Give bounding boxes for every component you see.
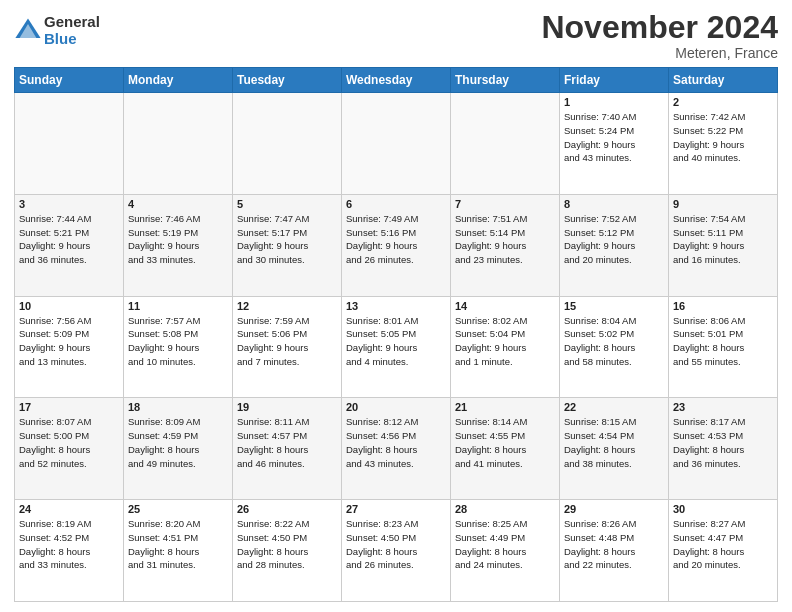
day-info: Sunrise: 8:01 AMSunset: 5:05 PMDaylight:…	[346, 314, 446, 369]
day-number: 18	[128, 401, 228, 413]
day-info: Sunrise: 8:23 AMSunset: 4:50 PMDaylight:…	[346, 517, 446, 572]
cell-3-6: 23Sunrise: 8:17 AMSunset: 4:53 PMDayligh…	[669, 398, 778, 500]
day-info: Sunrise: 8:26 AMSunset: 4:48 PMDaylight:…	[564, 517, 664, 572]
day-info: Sunrise: 8:14 AMSunset: 4:55 PMDaylight:…	[455, 415, 555, 470]
day-number: 20	[346, 401, 446, 413]
day-number: 1	[564, 96, 664, 108]
day-number: 21	[455, 401, 555, 413]
day-number: 12	[237, 300, 337, 312]
cell-1-4: 7Sunrise: 7:51 AMSunset: 5:14 PMDaylight…	[451, 194, 560, 296]
col-wednesday: Wednesday	[342, 68, 451, 93]
day-number: 16	[673, 300, 773, 312]
day-number: 14	[455, 300, 555, 312]
day-number: 11	[128, 300, 228, 312]
cell-2-3: 13Sunrise: 8:01 AMSunset: 5:05 PMDayligh…	[342, 296, 451, 398]
cell-4-4: 28Sunrise: 8:25 AMSunset: 4:49 PMDayligh…	[451, 500, 560, 602]
day-info: Sunrise: 8:12 AMSunset: 4:56 PMDaylight:…	[346, 415, 446, 470]
cell-2-1: 11Sunrise: 7:57 AMSunset: 5:08 PMDayligh…	[124, 296, 233, 398]
day-number: 15	[564, 300, 664, 312]
day-number: 7	[455, 198, 555, 210]
cell-1-6: 9Sunrise: 7:54 AMSunset: 5:11 PMDaylight…	[669, 194, 778, 296]
cell-4-2: 26Sunrise: 8:22 AMSunset: 4:50 PMDayligh…	[233, 500, 342, 602]
day-info: Sunrise: 7:47 AMSunset: 5:17 PMDaylight:…	[237, 212, 337, 267]
title-area: November 2024 Meteren, France	[541, 10, 778, 61]
week-row-1: 3Sunrise: 7:44 AMSunset: 5:21 PMDaylight…	[15, 194, 778, 296]
cell-2-2: 12Sunrise: 7:59 AMSunset: 5:06 PMDayligh…	[233, 296, 342, 398]
day-number: 3	[19, 198, 119, 210]
col-friday: Friday	[560, 68, 669, 93]
cell-3-2: 19Sunrise: 8:11 AMSunset: 4:57 PMDayligh…	[233, 398, 342, 500]
cell-4-0: 24Sunrise: 8:19 AMSunset: 4:52 PMDayligh…	[15, 500, 124, 602]
day-info: Sunrise: 7:59 AMSunset: 5:06 PMDaylight:…	[237, 314, 337, 369]
day-info: Sunrise: 7:51 AMSunset: 5:14 PMDaylight:…	[455, 212, 555, 267]
location: Meteren, France	[541, 45, 778, 61]
cell-1-1: 4Sunrise: 7:46 AMSunset: 5:19 PMDaylight…	[124, 194, 233, 296]
cell-0-1	[124, 93, 233, 195]
col-sunday: Sunday	[15, 68, 124, 93]
week-row-2: 10Sunrise: 7:56 AMSunset: 5:09 PMDayligh…	[15, 296, 778, 398]
cell-2-0: 10Sunrise: 7:56 AMSunset: 5:09 PMDayligh…	[15, 296, 124, 398]
day-info: Sunrise: 8:07 AMSunset: 5:00 PMDaylight:…	[19, 415, 119, 470]
day-number: 28	[455, 503, 555, 515]
day-number: 24	[19, 503, 119, 515]
cell-3-3: 20Sunrise: 8:12 AMSunset: 4:56 PMDayligh…	[342, 398, 451, 500]
cell-2-4: 14Sunrise: 8:02 AMSunset: 5:04 PMDayligh…	[451, 296, 560, 398]
day-info: Sunrise: 8:19 AMSunset: 4:52 PMDaylight:…	[19, 517, 119, 572]
month-title: November 2024	[541, 10, 778, 45]
day-info: Sunrise: 7:44 AMSunset: 5:21 PMDaylight:…	[19, 212, 119, 267]
cell-0-2	[233, 93, 342, 195]
day-info: Sunrise: 7:52 AMSunset: 5:12 PMDaylight:…	[564, 212, 664, 267]
cell-1-5: 8Sunrise: 7:52 AMSunset: 5:12 PMDaylight…	[560, 194, 669, 296]
col-saturday: Saturday	[669, 68, 778, 93]
day-number: 17	[19, 401, 119, 413]
day-info: Sunrise: 7:49 AMSunset: 5:16 PMDaylight:…	[346, 212, 446, 267]
day-number: 4	[128, 198, 228, 210]
day-number: 27	[346, 503, 446, 515]
day-info: Sunrise: 8:04 AMSunset: 5:02 PMDaylight:…	[564, 314, 664, 369]
day-info: Sunrise: 8:25 AMSunset: 4:49 PMDaylight:…	[455, 517, 555, 572]
day-info: Sunrise: 7:40 AMSunset: 5:24 PMDaylight:…	[564, 110, 664, 165]
calendar-header-row: Sunday Monday Tuesday Wednesday Thursday…	[15, 68, 778, 93]
day-info: Sunrise: 7:56 AMSunset: 5:09 PMDaylight:…	[19, 314, 119, 369]
day-info: Sunrise: 8:09 AMSunset: 4:59 PMDaylight:…	[128, 415, 228, 470]
day-number: 29	[564, 503, 664, 515]
logo-icon	[14, 17, 42, 45]
day-number: 25	[128, 503, 228, 515]
day-number: 2	[673, 96, 773, 108]
cell-0-3	[342, 93, 451, 195]
header: General Blue November 2024 Meteren, Fran…	[14, 10, 778, 61]
day-info: Sunrise: 8:20 AMSunset: 4:51 PMDaylight:…	[128, 517, 228, 572]
day-info: Sunrise: 8:02 AMSunset: 5:04 PMDaylight:…	[455, 314, 555, 369]
day-number: 26	[237, 503, 337, 515]
day-number: 30	[673, 503, 773, 515]
cell-4-5: 29Sunrise: 8:26 AMSunset: 4:48 PMDayligh…	[560, 500, 669, 602]
cell-0-4	[451, 93, 560, 195]
cell-0-0	[15, 93, 124, 195]
day-number: 6	[346, 198, 446, 210]
day-number: 13	[346, 300, 446, 312]
logo: General Blue	[14, 14, 100, 47]
day-info: Sunrise: 8:27 AMSunset: 4:47 PMDaylight:…	[673, 517, 773, 572]
cell-1-0: 3Sunrise: 7:44 AMSunset: 5:21 PMDaylight…	[15, 194, 124, 296]
cell-3-5: 22Sunrise: 8:15 AMSunset: 4:54 PMDayligh…	[560, 398, 669, 500]
day-number: 9	[673, 198, 773, 210]
cell-3-0: 17Sunrise: 8:07 AMSunset: 5:00 PMDayligh…	[15, 398, 124, 500]
cell-1-3: 6Sunrise: 7:49 AMSunset: 5:16 PMDaylight…	[342, 194, 451, 296]
day-number: 22	[564, 401, 664, 413]
day-info: Sunrise: 8:17 AMSunset: 4:53 PMDaylight:…	[673, 415, 773, 470]
cell-2-5: 15Sunrise: 8:04 AMSunset: 5:02 PMDayligh…	[560, 296, 669, 398]
day-info: Sunrise: 8:15 AMSunset: 4:54 PMDaylight:…	[564, 415, 664, 470]
col-monday: Monday	[124, 68, 233, 93]
day-number: 10	[19, 300, 119, 312]
day-info: Sunrise: 7:46 AMSunset: 5:19 PMDaylight:…	[128, 212, 228, 267]
cell-0-6: 2Sunrise: 7:42 AMSunset: 5:22 PMDaylight…	[669, 93, 778, 195]
day-info: Sunrise: 8:22 AMSunset: 4:50 PMDaylight:…	[237, 517, 337, 572]
week-row-0: 1Sunrise: 7:40 AMSunset: 5:24 PMDaylight…	[15, 93, 778, 195]
day-info: Sunrise: 8:06 AMSunset: 5:01 PMDaylight:…	[673, 314, 773, 369]
day-number: 19	[237, 401, 337, 413]
logo-blue: Blue	[44, 31, 100, 48]
week-row-4: 24Sunrise: 8:19 AMSunset: 4:52 PMDayligh…	[15, 500, 778, 602]
day-info: Sunrise: 7:57 AMSunset: 5:08 PMDaylight:…	[128, 314, 228, 369]
day-number: 23	[673, 401, 773, 413]
cell-4-1: 25Sunrise: 8:20 AMSunset: 4:51 PMDayligh…	[124, 500, 233, 602]
